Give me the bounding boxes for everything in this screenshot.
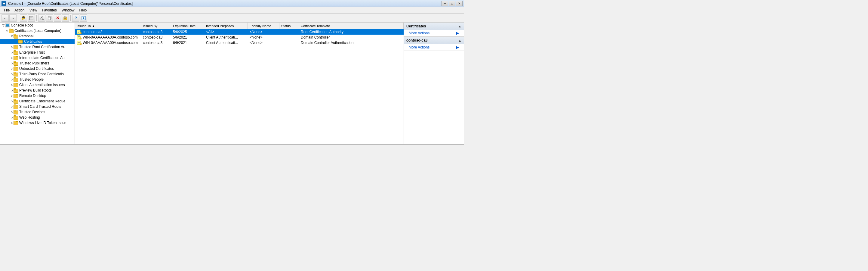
table-row[interactable]: ★ WIN-0AAAAAAA00A.contoso.com contoso-ca… — [75, 35, 404, 40]
folder-icon-web-hosting — [13, 115, 18, 119]
actions-more-actions-2[interactable]: More Actions ▶ — [404, 44, 464, 51]
col-header-expiration[interactable]: Expiration Date — [171, 23, 204, 29]
col-header-cert-template[interactable]: Certificate Template — [299, 23, 404, 29]
expand-personal[interactable]: ▽ — [10, 34, 13, 38]
svg-rect-31 — [78, 32, 79, 32]
menu-help[interactable]: Help — [77, 7, 89, 13]
menu-bar: File Action View Favorites Window Help — [0, 7, 464, 13]
up-button[interactable] — [20, 15, 27, 22]
col-header-purposes[interactable]: Intended Purposes — [204, 23, 248, 29]
export-button[interactable] — [80, 15, 87, 22]
expand-windows-live[interactable]: ▷ — [10, 121, 13, 125]
tree-item-trusted-root[interactable]: ▷ Trusted Root Certification Au — [0, 44, 74, 50]
cell-issued-by-3: contoso-ca3 — [141, 40, 171, 45]
col-header-issued-to[interactable]: Issued To ▲ — [75, 23, 141, 29]
expand-cert-enrollment[interactable]: ▷ — [10, 99, 13, 103]
tree-item-windows-live[interactable]: ▷ Windows Live ID Token Issue — [0, 120, 74, 126]
tree-item-trusted-people[interactable]: ▷ Trusted People — [0, 77, 74, 82]
tree-item-intermediate-cert[interactable]: ▷ Intermediate Certification Au — [0, 55, 74, 60]
folder-icon-trusted-root — [13, 45, 18, 49]
menu-file[interactable]: File — [1, 7, 12, 13]
tree-item-remote-desktop[interactable]: ▷ Remote Desktop — [0, 93, 74, 99]
expand-remote-desktop[interactable]: ▷ — [10, 94, 13, 98]
copy-button[interactable] — [46, 15, 53, 22]
actions-title-contoso[interactable]: contoso-ca3 ▲ — [404, 37, 464, 44]
minimize-button[interactable]: ─ — [441, 1, 448, 6]
tree-item-console-root[interactable]: ▽ Console Root — [0, 23, 74, 28]
restore-button[interactable]: □ — [449, 1, 455, 6]
col-header-friendly-name[interactable]: Friendly Name — [248, 23, 279, 29]
properties-button[interactable] — [28, 15, 35, 22]
svg-rect-36 — [78, 37, 80, 37]
expand-trusted-devices[interactable]: ▷ — [10, 110, 13, 114]
back-button[interactable]: ← — [1, 15, 9, 22]
tree-item-trusted-publishers[interactable]: ▷ Trusted Publishers — [0, 60, 74, 66]
toolbar: ← → — [0, 13, 464, 23]
table-row[interactable]: ★ contoso-ca3 contoso-ca3 5/6/2025 <All>… — [75, 29, 404, 35]
actions-more-actions-1[interactable]: More Actions ▶ — [404, 30, 464, 36]
expand-cert-local[interactable]: ▽ — [5, 29, 9, 32]
menu-favorites[interactable]: Favorites — [40, 7, 59, 13]
cut-button[interactable] — [38, 15, 45, 22]
main-window: Console1 - [Console Root\Certificates (L… — [0, 0, 464, 144]
svg-rect-17 — [64, 16, 66, 18]
tree-item-cert-enrollment[interactable]: ▷ Certificate Enrollment Reque — [0, 99, 74, 104]
col-header-status[interactable]: Status — [279, 23, 299, 29]
actions-title-certificates[interactable]: Certificates ▲ — [404, 23, 464, 30]
list-body[interactable]: ★ contoso-ca3 contoso-ca3 5/6/2025 <All>… — [75, 29, 404, 144]
menu-action[interactable]: Action — [12, 7, 27, 13]
menu-window[interactable]: Window — [59, 7, 77, 13]
tree-item-cert-local[interactable]: ▽ Certificates (Local Computer) — [0, 28, 74, 33]
expand-trusted-publishers[interactable]: ▷ — [10, 61, 13, 65]
tree-item-personal[interactable]: ▽ Personal — [0, 33, 74, 39]
svg-point-13 — [42, 19, 43, 20]
cell-expiration-1: 5/6/2025 — [171, 29, 204, 34]
forward-button[interactable]: → — [9, 15, 17, 22]
cell-issued-by-2: contoso-ca3 — [141, 35, 171, 40]
tree-panel[interactable]: ▽ Console Root ▽ Certificates (Local Com… — [0, 23, 75, 144]
table-row[interactable]: ★ WIN-0AAAAAAA00A.contoso.com contoso-ca… — [75, 40, 404, 46]
tree-item-web-hosting[interactable]: ▷ Web Hosting — [0, 115, 74, 120]
delete-button[interactable]: ✕ — [54, 15, 61, 22]
cell-cert-template-2: Domain Controller — [299, 35, 404, 40]
tree-item-trusted-devices[interactable]: ▷ Trusted Devices — [0, 109, 74, 115]
expand-third-party[interactable]: ▷ — [10, 72, 13, 76]
folder-icon-untrusted-certs — [13, 66, 18, 71]
tree-label-trusted-people: Trusted People — [19, 77, 43, 82]
tree-label-trusted-root: Trusted Root Certification Au — [19, 45, 65, 49]
tree-item-untrusted-certs[interactable]: ▷ Untrusted Certificates — [0, 66, 74, 71]
folder-icon-smart-card — [13, 105, 18, 109]
cell-purposes-3: Client Authenticati... — [204, 40, 248, 45]
tree-item-client-auth[interactable]: ▷ Client Authentication Issuers — [0, 82, 74, 88]
expand-trusted-root[interactable]: ▷ — [10, 45, 13, 49]
svg-rect-27 — [18, 40, 20, 40]
tree-label-preview-build: Preview Build Roots — [19, 88, 52, 92]
expand-smart-card[interactable]: ▷ — [10, 105, 13, 108]
svg-rect-15 — [48, 17, 51, 20]
cell-status-2 — [279, 37, 299, 38]
folder-icon-trusted-devices — [13, 110, 18, 114]
expand-console-root[interactable]: ▽ — [1, 24, 5, 27]
paste-button[interactable] — [62, 15, 69, 22]
help-button[interactable]: ? — [72, 15, 80, 22]
expand-preview-build[interactable]: ▷ — [10, 88, 13, 92]
tree-item-enterprise-trust[interactable]: ▷ Enterprise Trust — [0, 50, 74, 55]
expand-intermediate-cert[interactable]: ▷ — [10, 56, 13, 60]
cell-issued-by-1: contoso-ca3 — [141, 29, 171, 34]
tree-item-smart-card[interactable]: ▷ Smart Card Trusted Roots — [0, 104, 74, 109]
tree-item-preview-build[interactable]: ▷ Preview Build Roots — [0, 88, 74, 93]
expand-client-auth[interactable]: ▷ — [10, 83, 13, 87]
expand-trusted-people[interactable]: ▷ — [10, 78, 13, 81]
collapse-arrow-contoso: ▲ — [458, 39, 461, 42]
tree-label-certificates: Certificates — [24, 39, 42, 44]
tree-item-certificates[interactable]: Certificates — [0, 39, 74, 44]
tree-item-third-party[interactable]: ▷ Third-Party Root Certificatio — [0, 71, 74, 77]
expand-untrusted-certs[interactable]: ▷ — [10, 67, 13, 71]
expand-enterprise-trust[interactable]: ▷ — [10, 51, 13, 54]
close-button[interactable]: ✕ — [456, 1, 463, 6]
menu-view[interactable]: View — [27, 7, 40, 13]
col-header-issued-by[interactable]: Issued By — [141, 23, 171, 29]
expand-web-hosting[interactable]: ▷ — [10, 116, 13, 119]
svg-text:★: ★ — [80, 32, 82, 34]
cell-purposes-1: <All> — [204, 29, 248, 34]
